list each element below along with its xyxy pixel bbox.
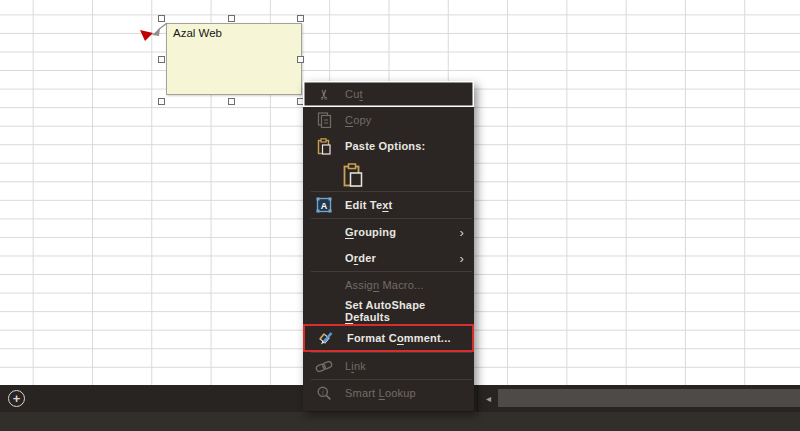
triangle-left-icon: ◂ [486,393,491,404]
excel-window: Azal Web ✂ Cut Copy [0,0,800,431]
comment-box[interactable]: Azal Web [166,23,302,95]
comment-text: Azal Web [173,27,222,39]
menu-item-paste[interactable] [303,159,474,191]
search-icon: i [315,384,333,402]
menu-item-cut[interactable]: ✂ Cut [303,81,474,107]
empty-icon-slot [315,276,333,294]
menu-item-label: Edit Text [345,199,392,211]
selection-handle-top-left[interactable] [158,15,165,22]
selection-handle-top-middle[interactable] [228,15,235,22]
menu-item-label: Smart Lookup [345,387,416,399]
paste-icon [341,162,365,188]
selection-handle-middle-right[interactable] [297,56,304,63]
plus-icon: + [13,392,21,405]
add-sheet-button[interactable]: + [8,390,25,407]
comment-leader-arrow [138,18,172,46]
menu-item-order[interactable]: Order › [303,245,474,271]
menu-item-label: Link [345,360,366,372]
link-icon [315,357,333,375]
chevron-right-icon: › [459,226,466,239]
menu-item-label: Assign Macro... [345,279,424,291]
menu-item-format-comment[interactable]: Format Comment... [303,324,474,352]
menu-item-label: Copy [345,114,372,126]
menu-item-smart-lookup[interactable]: i Smart Lookup [303,380,474,406]
empty-icon-slot [315,223,333,241]
menu-item-link[interactable]: Link [303,353,474,379]
comment-indicator-icon [140,30,153,41]
menu-item-label: Grouping [345,226,396,238]
svg-text:i: i [322,388,324,397]
menu-item-grouping[interactable]: Grouping › [303,219,474,245]
context-menu: ✂ Cut Copy Paste Op [303,81,474,411]
menu-item-label: Order [345,252,376,264]
copy-icon [315,111,333,129]
menu-item-edit-text[interactable]: A Edit Text [303,192,474,218]
svg-text:A: A [321,201,328,211]
menu-item-paste-options[interactable]: Paste Options: [303,133,474,159]
menu-item-label: Format Comment... [347,332,451,344]
menu-item-assign-macro[interactable]: Assign Macro... [303,272,474,298]
menu-item-label: Set AutoShape Defaults [345,299,466,323]
scrollbar-divider [477,385,478,412]
status-bar [0,412,800,431]
scrollbar-left-arrow[interactable]: ◂ [481,390,496,407]
menu-item-label: Paste Options: [345,140,425,152]
selection-handle-bottom-middle[interactable] [228,98,235,105]
empty-icon-slot [315,249,333,267]
menu-item-set-autoshape-defaults[interactable]: Set AutoShape Defaults [303,298,474,324]
selection-handle-top-right[interactable] [297,15,304,22]
format-comment-icon [317,329,335,347]
selection-handle-bottom-left[interactable] [158,98,165,105]
chevron-right-icon: › [459,252,466,265]
scissors-icon: ✂ [315,85,333,103]
clipboard-icon [315,137,333,155]
menu-item-copy[interactable]: Copy [303,107,474,133]
empty-icon-slot [315,302,333,320]
edit-text-icon: A [315,196,333,214]
horizontal-scrollbar-thumb[interactable] [498,389,800,407]
selection-handle-middle-left[interactable] [158,56,165,63]
leader-arrowhead-icon [152,28,160,36]
menu-item-label: Cut [345,88,363,100]
